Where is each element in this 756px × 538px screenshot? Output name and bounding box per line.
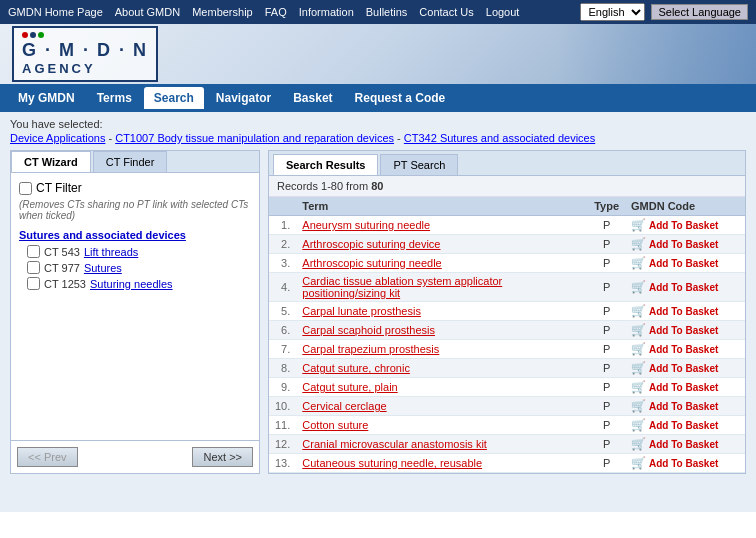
- next-button[interactable]: Next >>: [192, 447, 253, 467]
- top-navigation: GMDN Home Page About GMDN Membership FAQ…: [0, 0, 756, 24]
- logout-link[interactable]: Logout: [486, 6, 520, 18]
- gmdn-code-cell: 🛒 Add To Basket: [625, 359, 745, 378]
- nav-basket[interactable]: Basket: [283, 87, 342, 109]
- faq-link[interactable]: FAQ: [265, 6, 287, 18]
- term-link[interactable]: Arthroscopic suturing needle: [302, 257, 441, 269]
- tab-search-results[interactable]: Search Results: [273, 154, 378, 175]
- add-to-basket-button[interactable]: 🛒 Add To Basket: [631, 256, 739, 270]
- prev-button[interactable]: << Prev: [17, 447, 78, 467]
- home-link[interactable]: GMDN Home Page: [8, 6, 103, 18]
- term-link[interactable]: Aneurysm suturing needle: [302, 219, 430, 231]
- tab-ct-finder[interactable]: CT Finder: [93, 151, 168, 172]
- add-to-basket-button[interactable]: 🛒 Add To Basket: [631, 280, 739, 294]
- term-link[interactable]: Carpal scaphoid prosthesis: [302, 324, 435, 336]
- add-to-basket-button[interactable]: 🛒 Add To Basket: [631, 399, 739, 413]
- term-link[interactable]: Cardiac tissue ablation system applicato…: [302, 275, 502, 299]
- col-num: [269, 197, 296, 216]
- results-table-wrapper[interactable]: Term Type GMDN Code 1.Aneurysm suturing …: [269, 197, 745, 473]
- ct-543-checkbox[interactable]: [27, 245, 40, 258]
- term-link[interactable]: Catgut suture, chronic: [302, 362, 410, 374]
- add-to-basket-button[interactable]: 🛒 Add To Basket: [631, 342, 739, 356]
- table-row: 1.Aneurysm suturing needleP🛒 Add To Bask…: [269, 216, 745, 235]
- nav-search[interactable]: Search: [144, 87, 204, 109]
- ct-1253-link[interactable]: Suturing needles: [90, 278, 173, 290]
- cart-icon: 🛒: [631, 399, 646, 413]
- cart-icon: 🛒: [631, 304, 646, 318]
- tab-pt-search[interactable]: PT Search: [380, 154, 458, 175]
- row-number: 4.: [269, 273, 296, 302]
- contact-link[interactable]: Contact Us: [419, 6, 473, 18]
- ct-filter-note: (Removes CTs sharing no PT link with sel…: [19, 199, 251, 221]
- add-to-basket-button[interactable]: 🛒 Add To Basket: [631, 361, 739, 375]
- term-cell: Cotton suture: [296, 416, 588, 435]
- breadcrumb-ct342[interactable]: CT342 Sutures and associated devices: [404, 132, 595, 144]
- row-number: 5.: [269, 302, 296, 321]
- term-cell: Carpal lunate prosthesis: [296, 302, 588, 321]
- ct-filter-checkbox[interactable]: [19, 182, 32, 195]
- row-number: 13.: [269, 454, 296, 473]
- term-link[interactable]: Arthroscopic suturing device: [302, 238, 440, 250]
- row-number: 1.: [269, 216, 296, 235]
- term-link[interactable]: Carpal trapezium prosthesis: [302, 343, 439, 355]
- term-link[interactable]: Catgut suture, plain: [302, 381, 397, 393]
- results-body: 1.Aneurysm suturing needleP🛒 Add To Bask…: [269, 216, 745, 473]
- term-link[interactable]: Cranial microvascular anastomosis kit: [302, 438, 487, 450]
- add-to-basket-button[interactable]: 🛒 Add To Basket: [631, 418, 739, 432]
- ct-item-1253: CT 1253 Suturing needles: [27, 277, 251, 290]
- language-section: English Select Language: [580, 3, 748, 21]
- right-tabs: Search Results PT Search: [269, 151, 745, 176]
- cart-icon: 🛒: [631, 418, 646, 432]
- table-row: 3.Arthroscopic suturing needleP🛒 Add To …: [269, 254, 745, 273]
- nav-terms[interactable]: Terms: [87, 87, 142, 109]
- cart-icon: 🛒: [631, 342, 646, 356]
- nav-navigator[interactable]: Navigator: [206, 87, 281, 109]
- ct-543-link[interactable]: Lift threads: [84, 246, 138, 258]
- ct-1253-checkbox[interactable]: [27, 277, 40, 290]
- left-bottom-nav: << Prev Next >>: [11, 440, 259, 473]
- information-link[interactable]: Information: [299, 6, 354, 18]
- table-row: 11.Cotton sutureP🛒 Add To Basket: [269, 416, 745, 435]
- language-select[interactable]: English: [580, 3, 645, 21]
- term-cell: Catgut suture, plain: [296, 378, 588, 397]
- header: G · M · D · N AGENCY: [0, 24, 756, 84]
- nav-my-gmdn[interactable]: My GMDN: [8, 87, 85, 109]
- ct-filter-row: CT Filter: [19, 181, 251, 195]
- sutures-section-title[interactable]: Sutures and associated devices: [19, 229, 251, 241]
- tab-ct-wizard[interactable]: CT Wizard: [11, 151, 91, 172]
- about-link[interactable]: About GMDN: [115, 6, 180, 18]
- add-to-basket-button[interactable]: 🛒 Add To Basket: [631, 323, 739, 337]
- row-number: 12.: [269, 435, 296, 454]
- row-number: 9.: [269, 378, 296, 397]
- right-panel: Search Results PT Search Records 1-80 fr…: [268, 150, 746, 474]
- select-language-button[interactable]: Select Language: [651, 4, 748, 20]
- add-to-basket-button[interactable]: 🛒 Add To Basket: [631, 218, 739, 232]
- breadcrumb-ct1007[interactable]: CT1007 Body tissue manipulation and repa…: [115, 132, 394, 144]
- gmdn-code-cell: 🛒 Add To Basket: [625, 235, 745, 254]
- table-row: 9.Catgut suture, plainP🛒 Add To Basket: [269, 378, 745, 397]
- ct-977-checkbox[interactable]: [27, 261, 40, 274]
- term-link[interactable]: Cutaneous suturing needle, reusable: [302, 457, 482, 469]
- term-link[interactable]: Cotton suture: [302, 419, 368, 431]
- add-to-basket-button[interactable]: 🛒 Add To Basket: [631, 437, 739, 451]
- add-to-basket-button[interactable]: 🛒 Add To Basket: [631, 237, 739, 251]
- term-link[interactable]: Carpal lunate prosthesis: [302, 305, 421, 317]
- term-link[interactable]: Cervical cerclage: [302, 400, 386, 412]
- type-cell: P: [588, 454, 625, 473]
- logo-gmdn-text: G · M · D · N: [22, 40, 148, 61]
- type-cell: P: [588, 416, 625, 435]
- table-row: 10.Cervical cerclageP🛒 Add To Basket: [269, 397, 745, 416]
- gmdn-code-cell: 🛒 Add To Basket: [625, 321, 745, 340]
- cart-icon: 🛒: [631, 380, 646, 394]
- nav-request-code[interactable]: Request a Code: [345, 87, 456, 109]
- add-to-basket-button[interactable]: 🛒 Add To Basket: [631, 456, 739, 470]
- gmdn-code-cell: 🛒 Add To Basket: [625, 216, 745, 235]
- add-to-basket-button[interactable]: 🛒 Add To Basket: [631, 380, 739, 394]
- membership-link[interactable]: Membership: [192, 6, 253, 18]
- breadcrumb-device-applications[interactable]: Device Applications: [10, 132, 105, 144]
- type-cell: P: [588, 397, 625, 416]
- ct-977-link[interactable]: Sutures: [84, 262, 122, 274]
- col-type: Type: [588, 197, 625, 216]
- bulletins-link[interactable]: Bulletins: [366, 6, 408, 18]
- add-to-basket-button[interactable]: 🛒 Add To Basket: [631, 304, 739, 318]
- left-content: CT Filter (Removes CTs sharing no PT lin…: [11, 173, 259, 440]
